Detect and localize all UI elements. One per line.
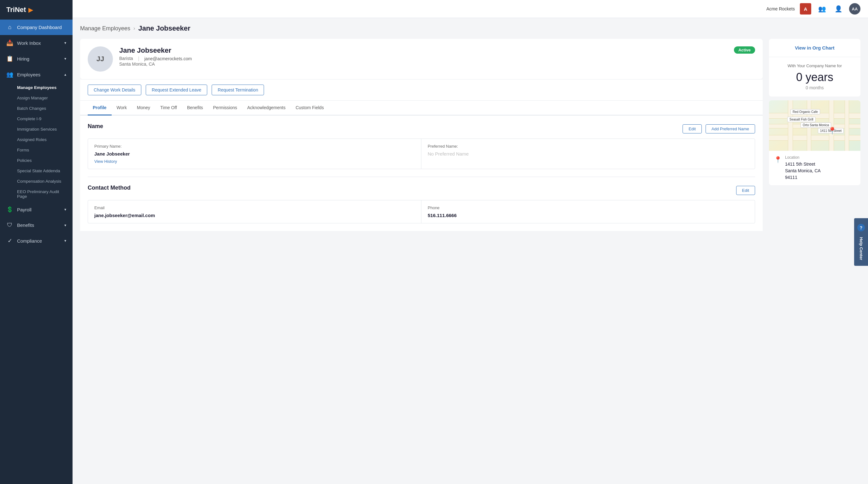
primary-name-label: Primary Name: (94, 144, 415, 149)
sidebar-item-special-state-addenda[interactable]: Special State Addenda (0, 165, 72, 176)
employees-submenu: Manage Employees Assign Manager Batch Ch… (0, 82, 72, 202)
status-badge: Active (734, 47, 755, 54)
employee-meta-row: Barista | jane@acmerockets.com (119, 56, 727, 62)
sidebar-item-company-dashboard[interactable]: ⌂ Company Dashboard (0, 20, 72, 35)
sidebar-item-hiring[interactable]: 📋 Hiring ▾ (0, 51, 72, 67)
sidebar-item-benefits[interactable]: 🛡 Benefits ▾ (0, 217, 72, 233)
employee-email: jane@acmerockets.com (145, 56, 192, 61)
map-label-2: Seasalt Fish Grill (787, 117, 816, 122)
contact-section-title: Contact Method (88, 185, 131, 191)
help-center-button[interactable]: ? Help Center (854, 218, 868, 266)
email-label: Email (94, 205, 415, 210)
tab-time-off[interactable]: Time Off (155, 101, 182, 116)
action-buttons: Change Work Details Request Extended Lea… (80, 80, 763, 101)
compliance-icon: ✓ (6, 237, 13, 244)
payroll-icon: 💲 (6, 206, 13, 213)
email-cell: Email jane.jobseeker@email.com (88, 200, 422, 223)
sidebar-item-batch-changes[interactable]: Batch Changes (0, 103, 72, 114)
sidebar-item-employees[interactable]: 👥 Employees ▴ (0, 67, 72, 82)
edit-contact-button[interactable]: Edit (736, 186, 755, 195)
breadcrumb-current: Jane Jobseeker (138, 24, 190, 32)
sidebar-item-label: Benefits (17, 222, 34, 228)
tab-acknowledgements[interactable]: Acknowledgements (242, 101, 290, 116)
tenure-label: With Your Company Name for (775, 63, 854, 68)
avatar: JJ (88, 47, 113, 71)
main-panel: JJ Jane Jobseeker Barista | jane@acmeroc… (80, 39, 763, 231)
sidebar-item-manage-employees[interactable]: Manage Employees (0, 82, 72, 93)
company-name: Acme Rockets (767, 6, 795, 11)
sidebar-item-forms[interactable]: Forms (0, 145, 72, 155)
user-icon-button[interactable]: 👤 (833, 3, 844, 14)
breadcrumb-parent[interactable]: Manage Employees (80, 25, 130, 32)
benefits-icon: 🛡 (6, 222, 13, 229)
request-extended-leave-button[interactable]: Request Extended Leave (146, 85, 207, 95)
team-icon: 👥 (818, 5, 826, 12)
contact-section-header: Contact Method Edit (88, 185, 755, 196)
name-section-header: Name Edit Add Preferred Name (88, 123, 755, 135)
preferred-name-cell: Preferred Name: No Preferred Name (422, 139, 755, 169)
tab-money[interactable]: Money (132, 101, 155, 116)
request-termination-button[interactable]: Request Termination (212, 85, 264, 95)
topbar: Acme Rockets A 👥 👤 AA (72, 0, 868, 18)
sidebar-item-payroll[interactable]: 💲 Payroll ▾ (0, 202, 72, 217)
breadcrumb: Manage Employees › Jane Jobseeker (80, 24, 861, 32)
sidebar-item-policies[interactable]: Policies (0, 155, 72, 165)
main-area: Acme Rockets A 👥 👤 AA Manage Employees ›… (72, 0, 868, 484)
sidebar-item-immigration-services[interactable]: Immigration Services (0, 124, 72, 134)
user-avatar-button[interactable]: AA (849, 3, 861, 14)
user-icon: 👤 (835, 5, 842, 12)
employee-card: JJ Jane Jobseeker Barista | jane@acmeroc… (80, 39, 763, 80)
sidebar-item-compliance[interactable]: ✓ Compliance ▾ (0, 233, 72, 249)
employee-info: Jane Jobseeker Barista | jane@acmerocket… (119, 47, 727, 67)
add-preferred-name-button[interactable]: Add Preferred Name (706, 124, 755, 133)
chevron-down-icon: ▾ (64, 223, 66, 228)
logo-text: TriNet (6, 6, 26, 14)
primary-name-value: Jane Jobseeker (94, 151, 415, 156)
sidebar-item-label: Hiring (17, 56, 29, 62)
phone-cell: Phone 516.111.6666 (422, 200, 755, 223)
change-work-details-button[interactable]: Change Work Details (88, 85, 141, 95)
chevron-down-icon: ▾ (64, 41, 66, 45)
sidebar-item-eeo-audit[interactable]: EEO Preliminary Audit Page (0, 186, 72, 202)
location-icon: 📍 (774, 156, 782, 163)
view-history-link[interactable]: View History (94, 159, 415, 164)
sidebar: TriNet ▶ ⌂ Company Dashboard 📥 Work Inbo… (0, 0, 72, 484)
map-pin: 📍 (828, 127, 836, 135)
logo-arrow: ▶ (28, 6, 33, 13)
tab-benefits[interactable]: Benefits (182, 101, 208, 116)
section-divider (88, 177, 755, 177)
contact-two-col: Email jane.jobseeker@email.com Phone 516… (88, 200, 755, 223)
email-value: jane.jobseeker@email.com (94, 213, 415, 218)
content-area: Manage Employees › Jane Jobseeker JJ Jan… (72, 18, 868, 484)
breadcrumb-separator: › (133, 26, 135, 31)
employee-title: Barista (119, 56, 133, 61)
location-label: Location (785, 155, 821, 160)
phone-label: Phone (428, 205, 748, 210)
chevron-down-icon: ▾ (64, 57, 66, 61)
sidebar-item-compensation-analysis[interactable]: Compensation Analysis (0, 176, 72, 186)
tab-permissions[interactable]: Permissions (208, 101, 242, 116)
sidebar-item-assign-manager[interactable]: Assign Manager (0, 93, 72, 103)
employee-location: Santa Monica, CA (119, 62, 727, 67)
sidebar-item-assigned-roles[interactable]: Assigned Roles (0, 134, 72, 145)
view-org-chart-link[interactable]: View in Org Chart (769, 39, 861, 57)
location-details: Location 1411 5th Street Santa Monica, C… (785, 155, 821, 181)
help-question-mark: ? (857, 224, 865, 232)
sidebar-item-complete-i9[interactable]: Complete I-9 (0, 114, 72, 124)
sidebar-item-label: Employees (17, 72, 40, 77)
tenure-years: 0 years (775, 71, 854, 84)
primary-name-cell: Primary Name: Jane Jobseeker View Histor… (88, 139, 422, 169)
logo[interactable]: TriNet ▶ (0, 0, 72, 20)
edit-name-button[interactable]: Edit (683, 124, 702, 133)
preferred-name-value: No Preferred Name (428, 151, 748, 156)
chevron-up-icon: ▴ (64, 72, 66, 77)
team-icon-button[interactable]: 👥 (816, 3, 828, 14)
tab-custom-fields[interactable]: Custom Fields (290, 101, 329, 116)
sidebar-item-work-inbox[interactable]: 📥 Work Inbox ▾ (0, 35, 72, 51)
tab-work[interactable]: Work (112, 101, 132, 116)
name-section-title: Name (88, 123, 103, 130)
inbox-icon: 📥 (6, 39, 13, 47)
tab-profile[interactable]: Profile (88, 101, 112, 116)
map-thumbnail: Red Organic Cafe Seasalt Fish Grill Orto… (769, 100, 861, 151)
location-info: 📍 Location 1411 5th Street Santa Monica,… (769, 151, 861, 185)
